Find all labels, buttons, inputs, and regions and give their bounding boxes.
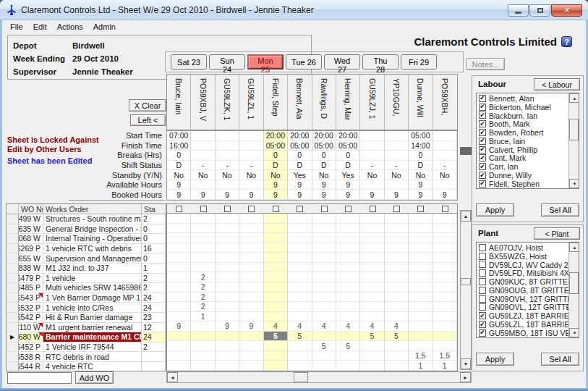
hours-cell[interactable] — [216, 302, 239, 312]
labour-list-item[interactable]: ✔Cant, Mark — [477, 154, 568, 163]
summary-cell[interactable]: No — [216, 170, 239, 180]
hours-cell[interactable] — [216, 341, 239, 351]
hours-cell[interactable] — [167, 341, 191, 351]
hours-cell[interactable] — [409, 272, 433, 282]
hours-cell[interactable]: 1.5 — [409, 351, 433, 361]
plant-item-checkbox[interactable]: ✔ — [479, 321, 486, 328]
labour-item-checkbox[interactable]: ✔ — [479, 163, 486, 170]
hscroll-track[interactable] — [178, 372, 460, 382]
hours-cell[interactable] — [167, 253, 191, 263]
resource-column-header[interactable]: Rawlings, D — [312, 75, 336, 130]
hours-cell[interactable] — [167, 293, 191, 303]
hours-cell[interactable] — [312, 293, 336, 303]
resource-column-header[interactable]: Fidell, Step — [264, 75, 288, 130]
summary-cell[interactable]: 9 — [385, 190, 409, 200]
summary-cell[interactable]: 20:00 — [312, 131, 336, 141]
hours-vertical-scrollbar[interactable]: ▲ ▼ — [460, 210, 472, 370]
day-button-wed[interactable]: Wed 27 — [324, 54, 360, 70]
hours-cell[interactable] — [288, 263, 312, 273]
plant-scroll-track[interactable] — [569, 252, 579, 328]
plant-list-item[interactable]: GN09OVL, 12T GRITTER — [477, 303, 568, 312]
hours-cell[interactable] — [264, 233, 288, 243]
hours-cell[interactable] — [167, 332, 191, 342]
minimize-button[interactable] — [508, 4, 529, 17]
hours-cell[interactable] — [216, 312, 239, 322]
scroll-right-arrow-icon[interactable]: ► — [460, 372, 471, 382]
day-button-fri[interactable]: Fri 29 — [401, 54, 437, 70]
summary-cell[interactable]: 9 — [288, 180, 312, 190]
hours-cell[interactable] — [385, 243, 409, 253]
hours-cell[interactable] — [239, 302, 263, 312]
hours-cell[interactable] — [288, 351, 312, 361]
hours-cell[interactable] — [409, 321, 433, 332]
summary-cell[interactable] — [433, 131, 457, 141]
labour-item-checkbox[interactable]: ✔ — [479, 104, 486, 111]
hours-cell[interactable] — [433, 263, 457, 273]
hours-cell[interactable] — [312, 272, 336, 282]
hours-cell[interactable] — [385, 341, 409, 351]
hours-cell[interactable] — [167, 233, 191, 243]
summary-cell[interactable]: 9 — [433, 190, 457, 200]
hours-cell[interactable] — [288, 312, 312, 322]
hours-cell[interactable] — [288, 272, 312, 282]
plant-list-item[interactable]: DV59LCJ, WV Caddy 2.0 Sdi — [477, 261, 568, 269]
day-button-sun[interactable]: Sun 24 — [209, 54, 245, 70]
hours-cell[interactable]: 2 — [191, 293, 215, 303]
shift-left-button[interactable]: Left < — [130, 114, 166, 126]
hours-cell[interactable] — [336, 214, 360, 224]
hours-horizontal-scrollbar[interactable]: ◄ ► — [166, 371, 472, 383]
hours-cell[interactable] — [433, 233, 457, 243]
hours-cell[interactable] — [239, 272, 263, 282]
resource-column-header[interactable]: Bruce, Iain — [167, 75, 191, 130]
hours-cell[interactable] — [336, 361, 360, 371]
hours-cell[interactable] — [312, 214, 336, 224]
hours-cell[interactable] — [433, 243, 457, 253]
works-order-row[interactable]: 16485 PMulti vehicles SRW 14659862 — [7, 283, 166, 293]
hours-cell[interactable] — [360, 224, 384, 234]
hours-cell[interactable] — [409, 214, 433, 224]
hours-cell[interactable] — [216, 253, 239, 263]
hours-cell[interactable] — [312, 243, 336, 253]
hours-cell[interactable] — [239, 361, 263, 371]
summary-cell[interactable]: 9 — [336, 190, 360, 200]
resource-column-header[interactable]: Herring, Mar — [336, 75, 360, 130]
day-button-sat[interactable]: Sat 23 — [171, 54, 207, 70]
scroll-down-arrow-icon[interactable]: ▼ — [569, 328, 579, 337]
labour-item-checkbox[interactable]: ✔ — [479, 120, 486, 127]
hours-cell[interactable] — [336, 263, 360, 273]
summary-cell[interactable]: - — [433, 161, 457, 171]
plant-select-all-button[interactable]: Sel All — [541, 353, 579, 366]
vscroll-track[interactable] — [461, 222, 471, 358]
hours-cell[interactable] — [216, 224, 239, 234]
summary-cell[interactable]: 9 — [312, 190, 336, 200]
summary-cell[interactable]: - — [385, 161, 409, 171]
hours-cell[interactable] — [264, 272, 288, 282]
hours-cell[interactable] — [433, 214, 457, 224]
labour-list-item[interactable]: ✔Dunne, Willy — [477, 171, 568, 180]
summary-cell[interactable]: 07:00 — [167, 131, 191, 141]
resource-column-header[interactable]: Dunne, Will — [409, 75, 433, 130]
summary-cell[interactable]: D — [409, 161, 433, 171]
summary-cell[interactable] — [239, 180, 263, 190]
summary-cell[interactable] — [385, 141, 409, 151]
column-checkbox[interactable] — [224, 206, 231, 212]
works-order-row[interactable]: 16542 PHit & Run Barrier damage23 — [7, 313, 166, 323]
hours-cell[interactable] — [264, 302, 288, 312]
summary-cell[interactable]: D — [288, 161, 312, 171]
hours-cell[interactable] — [433, 293, 457, 303]
hours-cell[interactable] — [409, 312, 433, 322]
hours-cell[interactable] — [239, 282, 263, 293]
hours-cell[interactable] — [167, 224, 191, 234]
resource-column-header[interactable]: Bennett, Ala — [288, 75, 312, 130]
scroll-up-arrow-icon[interactable]: ▲ — [569, 243, 579, 252]
add-wo-input[interactable] — [7, 372, 72, 384]
hours-cell[interactable]: 1 — [409, 361, 433, 371]
hours-cell[interactable] — [385, 312, 409, 322]
hours-cell[interactable] — [264, 253, 288, 263]
scroll-down-arrow-icon[interactable]: ▼ — [461, 358, 471, 369]
summary-cell[interactable] — [385, 151, 409, 161]
hours-cell[interactable] — [216, 332, 239, 342]
hours-cell[interactable] — [216, 214, 239, 224]
hours-cell[interactable] — [385, 233, 409, 243]
menu-item-file[interactable]: File — [5, 21, 28, 33]
